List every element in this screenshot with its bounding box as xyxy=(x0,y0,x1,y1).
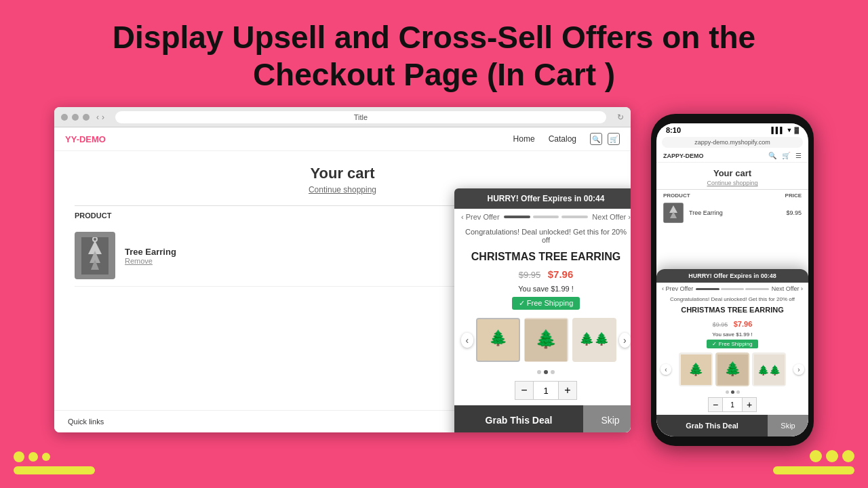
browser-toolbar: ‹ › Title ↻ xyxy=(54,107,631,127)
popup-deal-text: Congratulations! Deal unlocked! Get this… xyxy=(454,225,631,247)
popup-product-img-1: 🌲 xyxy=(476,318,520,362)
phone-store-icons: 🔍 🛒 ☰ xyxy=(768,152,802,159)
phone-url-bar[interactable]: zappy-demo.myshopify.com xyxy=(662,137,803,148)
cart-heading: Your cart xyxy=(75,165,610,182)
phone-mockup: 8:10 ▌▌▌ ▼ ▓ zappy-demo.myshopify.com ZA… xyxy=(651,114,814,446)
dot-left-1 xyxy=(14,451,24,462)
phone-prev-offer-btn[interactable]: ‹ Prev Offer xyxy=(662,285,693,292)
browser-mockup: ‹ › Title ↻ YY-DEMO Home Catalog 🔍 🛒 xyxy=(54,107,631,432)
store-logo-text: Y-DEMO xyxy=(71,134,106,144)
phone-store-logo: ZAPPY-DEMO xyxy=(663,152,704,159)
yellow-bar-left xyxy=(14,466,95,474)
popup-img-prev-btn[interactable]: ‹ xyxy=(461,333,473,348)
popup-dot-1 xyxy=(537,370,541,374)
phone-sale-price: $7.96 xyxy=(734,320,753,328)
grab-deal-btn[interactable]: Grab This Deal xyxy=(454,405,583,432)
phone-qty-value: 1 xyxy=(723,397,742,412)
cart-content: Your cart Continue shopping PRODUCT PRIC… xyxy=(54,151,631,300)
qty-increase-btn[interactable]: + xyxy=(558,381,577,400)
search-icon[interactable]: 🔍 xyxy=(590,133,602,145)
phone-qty-control: − 1 + xyxy=(656,395,808,415)
phone-price-col: PRICE xyxy=(785,192,802,199)
phone-search-icon[interactable]: 🔍 xyxy=(768,152,776,159)
popup-cta-row: Grab This Deal Skip xyxy=(454,405,631,432)
popup-timer: HURRY! Offer Expires in 00:44 xyxy=(454,188,631,209)
browser-dot-2 xyxy=(72,114,79,121)
cart-icon[interactable]: 🛒 xyxy=(608,133,620,145)
popup-nav: ‹ Prev Offer Next Offer › xyxy=(454,209,631,225)
browser-dot-3 xyxy=(83,114,90,121)
store-nav-icons: 🔍 🛒 xyxy=(590,133,620,145)
phone-progress-2 xyxy=(721,288,744,290)
signal-icon: ▌▌▌ xyxy=(771,127,784,134)
qty-decrease-btn[interactable]: − xyxy=(515,381,534,400)
dot-left-2 xyxy=(28,452,38,462)
browser-address-bar[interactable]: Title xyxy=(115,111,606,123)
phone-next-offer-btn[interactable]: Next Offer › xyxy=(772,285,803,292)
phone-upsell-popup: HURRY! Offer Expires in 00:48 ‹ Prev Off… xyxy=(656,269,808,436)
phone-product-images: ‹ 🌲 🌲 xyxy=(656,350,808,389)
phone-cart-sublink[interactable]: Continue shopping xyxy=(656,180,808,186)
skip-btn[interactable]: Skip xyxy=(583,405,631,432)
phone-popup-timer: HURRY! Offer Expires in 00:48 xyxy=(656,269,808,283)
popup-free-shipping: ✓ Free Shipping xyxy=(512,297,580,310)
phone-screen: 8:10 ▌▌▌ ▼ ▓ zappy-demo.myshopify.com ZA… xyxy=(656,123,808,436)
phone-qty-decrease-btn[interactable]: − xyxy=(708,397,723,412)
phone-prod-img-3: 🌲🌲 xyxy=(752,352,786,386)
forward-arrow-icon[interactable]: › xyxy=(102,113,104,122)
progress-bar-2 xyxy=(533,216,559,218)
nav-catalog[interactable]: Catalog xyxy=(549,134,576,144)
phone-img-prev-btn[interactable]: ‹ xyxy=(660,364,671,375)
phone-cart-item-price: $9.95 xyxy=(786,209,802,216)
popup-image-dots xyxy=(454,367,631,377)
nav-home[interactable]: Home xyxy=(513,134,535,144)
popup-img-next-btn[interactable]: › xyxy=(619,333,631,348)
phone-cart-item-img xyxy=(663,203,684,223)
popup-pricing: $9.95 $7.96 xyxy=(454,266,631,283)
cart-item-image xyxy=(75,232,115,279)
svg-text:🌲🌲: 🌲🌲 xyxy=(757,365,781,376)
phone-imgs: 🌲 🌲 🌲🌲 xyxy=(674,352,791,386)
reload-icon[interactable]: ↻ xyxy=(617,113,624,122)
phone-status-icons: ▌▌▌ ▼ ▓ xyxy=(771,127,799,134)
phone-product-col: PRODUCT xyxy=(663,192,690,199)
progress-bar-1 xyxy=(504,216,530,218)
phone-store-nav: ZAPPY-DEMO 🔍 🛒 ☰ xyxy=(656,149,808,163)
phone-dot-3 xyxy=(736,390,740,394)
phone-cart-icon[interactable]: 🛒 xyxy=(782,152,790,159)
phone-popup-nav: ‹ Prev Offer Next Offer › xyxy=(656,283,808,295)
progress-bar-3 xyxy=(561,216,588,218)
store-nav: YY-DEMO Home Catalog 🔍 🛒 xyxy=(54,127,631,151)
phone-img-next-btn[interactable]: › xyxy=(793,364,804,375)
back-arrow-icon[interactable]: ‹ xyxy=(96,113,99,122)
phone-menu-icon[interactable]: ☰ xyxy=(795,152,802,159)
store-nav-links: Home Catalog xyxy=(513,134,576,144)
store-logo: YY-DEMO xyxy=(65,134,106,144)
phone-grab-deal-btn[interactable]: Grab This Deal xyxy=(656,415,768,436)
phone-deal-text: Congratulations! Deal unlocked! Get this… xyxy=(656,295,808,304)
next-offer-btn[interactable]: Next Offer › xyxy=(592,213,631,221)
browser-dot-1 xyxy=(61,114,68,121)
prev-offer-btn[interactable]: ‹ Prev Offer xyxy=(461,213,500,221)
phone-time: 8:10 xyxy=(666,126,681,134)
yellow-bar-right xyxy=(773,466,854,474)
phone-prod-img-1: 🌲 xyxy=(679,352,713,386)
phone-dot-2 xyxy=(731,390,734,394)
phone-progress xyxy=(693,288,771,290)
phone-dot-1 xyxy=(726,390,729,394)
phone-cta-row: Grab This Deal Skip xyxy=(656,415,808,436)
svg-text:🌲: 🌲 xyxy=(535,328,557,350)
popup-dot-2 xyxy=(544,370,548,374)
dot-right-2 xyxy=(826,450,838,462)
phone-skip-btn[interactable]: Skip xyxy=(768,415,808,436)
phone-qty-increase-btn[interactable]: + xyxy=(742,397,757,412)
decorative-dots-left xyxy=(14,451,50,462)
qty-value: 1 xyxy=(534,381,558,400)
popup-original-price: $9.95 xyxy=(519,270,541,280)
footer-quick-links[interactable]: Quick links xyxy=(68,418,104,426)
svg-text:🌲: 🌲 xyxy=(489,329,508,347)
dot-right-3 xyxy=(842,450,854,462)
popup-product-images: 🌲 🌲 xyxy=(476,318,616,362)
popup-qty-control: − 1 + xyxy=(454,377,631,405)
phone-cart-headers: PRODUCT PRICE xyxy=(656,189,808,200)
